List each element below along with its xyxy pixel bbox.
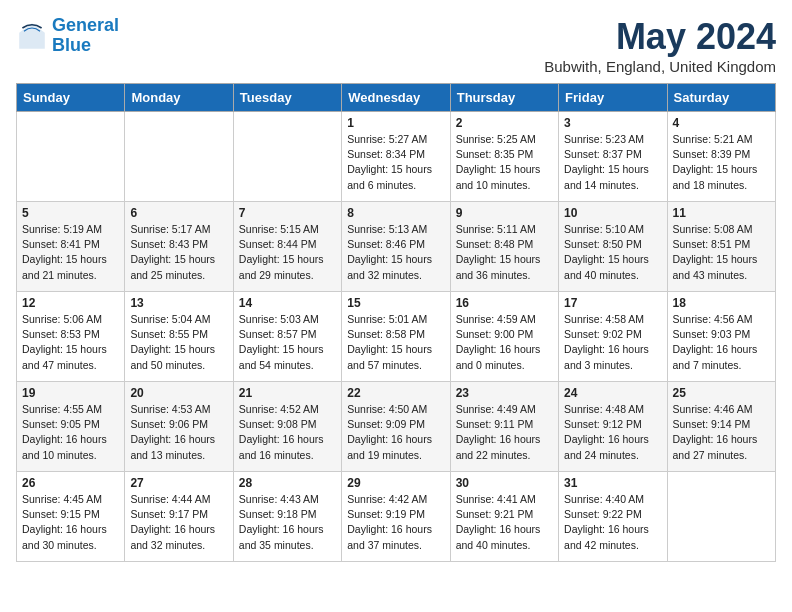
day-details: Sunrise: 4:59 AM Sunset: 9:00 PM Dayligh… (456, 312, 553, 373)
calendar-cell: 13Sunrise: 5:04 AM Sunset: 8:55 PM Dayli… (125, 292, 233, 382)
calendar-cell: 25Sunrise: 4:46 AM Sunset: 9:14 PM Dayli… (667, 382, 775, 472)
logo: General Blue (16, 16, 119, 56)
calendar-cell: 14Sunrise: 5:03 AM Sunset: 8:57 PM Dayli… (233, 292, 341, 382)
day-number: 10 (564, 206, 661, 220)
calendar-cell (233, 112, 341, 202)
calendar-cell: 2Sunrise: 5:25 AM Sunset: 8:35 PM Daylig… (450, 112, 558, 202)
calendar-cell: 10Sunrise: 5:10 AM Sunset: 8:50 PM Dayli… (559, 202, 667, 292)
day-details: Sunrise: 5:11 AM Sunset: 8:48 PM Dayligh… (456, 222, 553, 283)
day-number: 7 (239, 206, 336, 220)
day-details: Sunrise: 5:15 AM Sunset: 8:44 PM Dayligh… (239, 222, 336, 283)
day-details: Sunrise: 4:40 AM Sunset: 9:22 PM Dayligh… (564, 492, 661, 553)
day-details: Sunrise: 4:53 AM Sunset: 9:06 PM Dayligh… (130, 402, 227, 463)
day-number: 15 (347, 296, 444, 310)
day-details: Sunrise: 5:23 AM Sunset: 8:37 PM Dayligh… (564, 132, 661, 193)
header-day-thursday: Thursday (450, 84, 558, 112)
day-number: 4 (673, 116, 770, 130)
location: Bubwith, England, United Kingdom (544, 58, 776, 75)
day-number: 31 (564, 476, 661, 490)
day-number: 16 (456, 296, 553, 310)
day-details: Sunrise: 4:44 AM Sunset: 9:17 PM Dayligh… (130, 492, 227, 553)
logo-line2: Blue (52, 35, 91, 55)
calendar-cell: 24Sunrise: 4:48 AM Sunset: 9:12 PM Dayli… (559, 382, 667, 472)
calendar-cell: 15Sunrise: 5:01 AM Sunset: 8:58 PM Dayli… (342, 292, 450, 382)
calendar-cell: 18Sunrise: 4:56 AM Sunset: 9:03 PM Dayli… (667, 292, 775, 382)
calendar-cell: 16Sunrise: 4:59 AM Sunset: 9:00 PM Dayli… (450, 292, 558, 382)
day-details: Sunrise: 5:04 AM Sunset: 8:55 PM Dayligh… (130, 312, 227, 373)
calendar-cell: 23Sunrise: 4:49 AM Sunset: 9:11 PM Dayli… (450, 382, 558, 472)
calendar-cell: 7Sunrise: 5:15 AM Sunset: 8:44 PM Daylig… (233, 202, 341, 292)
calendar-cell: 6Sunrise: 5:17 AM Sunset: 8:43 PM Daylig… (125, 202, 233, 292)
day-details: Sunrise: 4:55 AM Sunset: 9:05 PM Dayligh… (22, 402, 119, 463)
day-number: 18 (673, 296, 770, 310)
day-details: Sunrise: 4:49 AM Sunset: 9:11 PM Dayligh… (456, 402, 553, 463)
calendar-cell: 3Sunrise: 5:23 AM Sunset: 8:37 PM Daylig… (559, 112, 667, 202)
calendar-cell: 17Sunrise: 4:58 AM Sunset: 9:02 PM Dayli… (559, 292, 667, 382)
day-details: Sunrise: 5:08 AM Sunset: 8:51 PM Dayligh… (673, 222, 770, 283)
day-number: 9 (456, 206, 553, 220)
day-number: 23 (456, 386, 553, 400)
month-title: May 2024 (544, 16, 776, 58)
header-day-wednesday: Wednesday (342, 84, 450, 112)
page-header: General Blue May 2024 Bubwith, England, … (16, 16, 776, 75)
day-number: 21 (239, 386, 336, 400)
calendar-cell: 11Sunrise: 5:08 AM Sunset: 8:51 PM Dayli… (667, 202, 775, 292)
day-number: 17 (564, 296, 661, 310)
day-number: 20 (130, 386, 227, 400)
calendar-cell: 31Sunrise: 4:40 AM Sunset: 9:22 PM Dayli… (559, 472, 667, 562)
day-details: Sunrise: 5:01 AM Sunset: 8:58 PM Dayligh… (347, 312, 444, 373)
day-number: 28 (239, 476, 336, 490)
day-details: Sunrise: 5:27 AM Sunset: 8:34 PM Dayligh… (347, 132, 444, 193)
calendar-cell: 26Sunrise: 4:45 AM Sunset: 9:15 PM Dayli… (17, 472, 125, 562)
day-number: 22 (347, 386, 444, 400)
calendar-week-row: 26Sunrise: 4:45 AM Sunset: 9:15 PM Dayli… (17, 472, 776, 562)
day-number: 24 (564, 386, 661, 400)
calendar-cell: 20Sunrise: 4:53 AM Sunset: 9:06 PM Dayli… (125, 382, 233, 472)
day-details: Sunrise: 4:45 AM Sunset: 9:15 PM Dayligh… (22, 492, 119, 553)
day-number: 27 (130, 476, 227, 490)
day-details: Sunrise: 4:58 AM Sunset: 9:02 PM Dayligh… (564, 312, 661, 373)
calendar-cell: 22Sunrise: 4:50 AM Sunset: 9:09 PM Dayli… (342, 382, 450, 472)
day-details: Sunrise: 4:46 AM Sunset: 9:14 PM Dayligh… (673, 402, 770, 463)
day-details: Sunrise: 5:10 AM Sunset: 8:50 PM Dayligh… (564, 222, 661, 283)
day-number: 2 (456, 116, 553, 130)
day-details: Sunrise: 5:21 AM Sunset: 8:39 PM Dayligh… (673, 132, 770, 193)
day-number: 26 (22, 476, 119, 490)
header-day-friday: Friday (559, 84, 667, 112)
day-number: 12 (22, 296, 119, 310)
day-details: Sunrise: 5:19 AM Sunset: 8:41 PM Dayligh… (22, 222, 119, 283)
day-number: 19 (22, 386, 119, 400)
calendar-cell: 27Sunrise: 4:44 AM Sunset: 9:17 PM Dayli… (125, 472, 233, 562)
day-details: Sunrise: 4:42 AM Sunset: 9:19 PM Dayligh… (347, 492, 444, 553)
day-details: Sunrise: 4:50 AM Sunset: 9:09 PM Dayligh… (347, 402, 444, 463)
day-details: Sunrise: 4:41 AM Sunset: 9:21 PM Dayligh… (456, 492, 553, 553)
day-number: 1 (347, 116, 444, 130)
day-details: Sunrise: 4:43 AM Sunset: 9:18 PM Dayligh… (239, 492, 336, 553)
day-details: Sunrise: 5:13 AM Sunset: 8:46 PM Dayligh… (347, 222, 444, 283)
day-details: Sunrise: 5:25 AM Sunset: 8:35 PM Dayligh… (456, 132, 553, 193)
day-number: 25 (673, 386, 770, 400)
calendar-cell: 9Sunrise: 5:11 AM Sunset: 8:48 PM Daylig… (450, 202, 558, 292)
calendar-cell: 21Sunrise: 4:52 AM Sunset: 9:08 PM Dayli… (233, 382, 341, 472)
calendar-cell: 19Sunrise: 4:55 AM Sunset: 9:05 PM Dayli… (17, 382, 125, 472)
calendar-cell: 5Sunrise: 5:19 AM Sunset: 8:41 PM Daylig… (17, 202, 125, 292)
day-number: 11 (673, 206, 770, 220)
day-details: Sunrise: 5:06 AM Sunset: 8:53 PM Dayligh… (22, 312, 119, 373)
calendar-body: 1Sunrise: 5:27 AM Sunset: 8:34 PM Daylig… (17, 112, 776, 562)
calendar-cell: 28Sunrise: 4:43 AM Sunset: 9:18 PM Dayli… (233, 472, 341, 562)
day-details: Sunrise: 4:56 AM Sunset: 9:03 PM Dayligh… (673, 312, 770, 373)
calendar-cell: 29Sunrise: 4:42 AM Sunset: 9:19 PM Dayli… (342, 472, 450, 562)
day-number: 29 (347, 476, 444, 490)
header-day-sunday: Sunday (17, 84, 125, 112)
day-number: 14 (239, 296, 336, 310)
calendar-cell (667, 472, 775, 562)
calendar-cell: 1Sunrise: 5:27 AM Sunset: 8:34 PM Daylig… (342, 112, 450, 202)
day-details: Sunrise: 5:17 AM Sunset: 8:43 PM Dayligh… (130, 222, 227, 283)
calendar-cell: 12Sunrise: 5:06 AM Sunset: 8:53 PM Dayli… (17, 292, 125, 382)
calendar-cell (125, 112, 233, 202)
logo-line1: General (52, 15, 119, 35)
calendar-table: SundayMondayTuesdayWednesdayThursdayFrid… (16, 83, 776, 562)
day-number: 3 (564, 116, 661, 130)
day-details: Sunrise: 4:52 AM Sunset: 9:08 PM Dayligh… (239, 402, 336, 463)
calendar-cell: 4Sunrise: 5:21 AM Sunset: 8:39 PM Daylig… (667, 112, 775, 202)
